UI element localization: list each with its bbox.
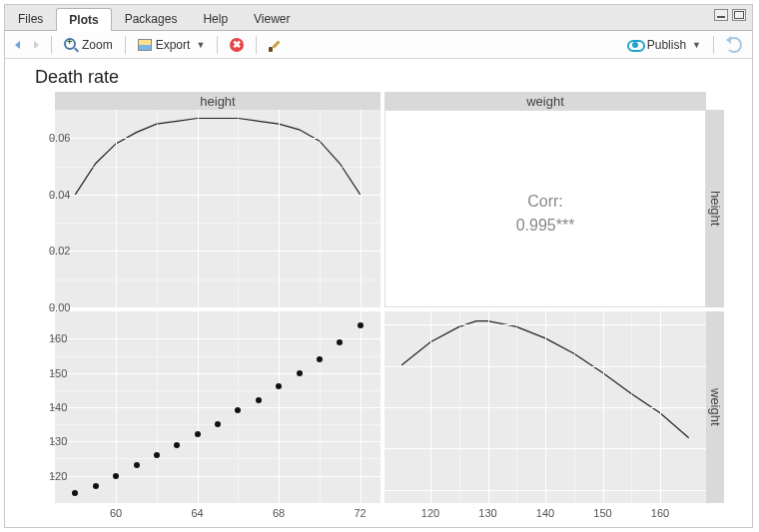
x-tick: 130 (478, 503, 496, 519)
panel-height-density (55, 110, 380, 307)
magnifier-icon (64, 38, 78, 52)
plot-title: Death rate (9, 67, 742, 92)
toolbar-separator (51, 36, 52, 54)
export-label: Export (156, 38, 191, 52)
plot-canvas: Death rate height weight height weight 0… (5, 59, 752, 527)
corr-value: 0.995*** (385, 217, 705, 235)
tab-viewer[interactable]: Viewer (241, 7, 303, 30)
caret-down-icon: ▼ (692, 40, 701, 50)
minimize-pane-button[interactable] (714, 9, 728, 21)
x-tick: 120 (421, 503, 439, 519)
scatter-point (337, 339, 343, 345)
scatter-point (317, 356, 323, 362)
x-tick: 150 (593, 503, 611, 519)
panel-scatter (55, 311, 380, 503)
scatter-point (276, 383, 282, 389)
facet-row-weight: weight (706, 311, 724, 503)
scatter-point (113, 473, 119, 479)
zoom-button[interactable]: Zoom (60, 36, 117, 54)
x-tick: 72 (355, 503, 367, 519)
scatter-point (256, 397, 262, 403)
maximize-pane-button[interactable] (732, 9, 746, 21)
tab-plots[interactable]: Plots (56, 8, 111, 31)
scatter-point (195, 431, 201, 437)
scatter-point (297, 370, 303, 376)
scatter-point (358, 322, 364, 328)
publish-button[interactable]: Publish ▼ (623, 36, 705, 54)
corr-label: Corr: (385, 193, 705, 211)
facet-row-height: height (706, 110, 724, 307)
toolbar-separator (713, 36, 714, 54)
x-tick: 140 (536, 503, 554, 519)
toolbar-separator (217, 36, 218, 54)
x-tick: 68 (273, 503, 285, 519)
publish-icon (627, 39, 643, 51)
caret-down-icon: ▼ (196, 40, 205, 50)
next-plot-button[interactable] (30, 39, 43, 51)
tab-bar: Files Plots Packages Help Viewer (5, 5, 752, 31)
scatter-point (93, 483, 99, 489)
arrow-left-icon (15, 41, 20, 49)
arrow-right-icon (34, 41, 39, 49)
toolbar-separator (256, 36, 257, 54)
scatter-point (154, 452, 160, 458)
scatter-point (235, 407, 241, 413)
facet-col-height: height (55, 92, 380, 110)
x-tick: 64 (192, 503, 204, 519)
remove-plot-button[interactable]: ✖ (226, 36, 248, 54)
tab-packages[interactable]: Packages (112, 7, 191, 30)
remove-icon: ✖ (230, 38, 244, 52)
export-image-icon (138, 39, 152, 51)
prev-plot-button[interactable] (11, 39, 24, 51)
plots-pane: Files Plots Packages Help Viewer Zoom Ex… (4, 4, 753, 528)
refresh-icon (726, 37, 742, 53)
x-tick: 160 (651, 503, 669, 519)
export-button[interactable]: Export ▼ (134, 36, 210, 54)
x-tick: 60 (110, 503, 122, 519)
clear-plots-button[interactable] (265, 36, 287, 54)
height-density-line (55, 110, 380, 307)
scatter-point (72, 490, 78, 496)
publish-label: Publish (647, 38, 686, 52)
zoom-label: Zoom (82, 38, 113, 52)
pane-window-controls (714, 9, 746, 21)
scatter-point (215, 421, 221, 427)
toolbar-separator (125, 36, 126, 54)
refresh-button[interactable] (722, 35, 746, 55)
tab-files[interactable]: Files (5, 7, 56, 30)
broom-icon (269, 38, 283, 52)
plots-toolbar: Zoom Export ▼ ✖ Publish ▼ (5, 31, 752, 59)
scatter-point (134, 462, 140, 468)
panel-weight-density (384, 311, 706, 503)
facet-col-weight: weight (384, 92, 706, 110)
scatter-point (174, 442, 180, 448)
tab-help[interactable]: Help (190, 7, 241, 30)
panel-correlation: Corr: 0.995*** (384, 110, 706, 307)
